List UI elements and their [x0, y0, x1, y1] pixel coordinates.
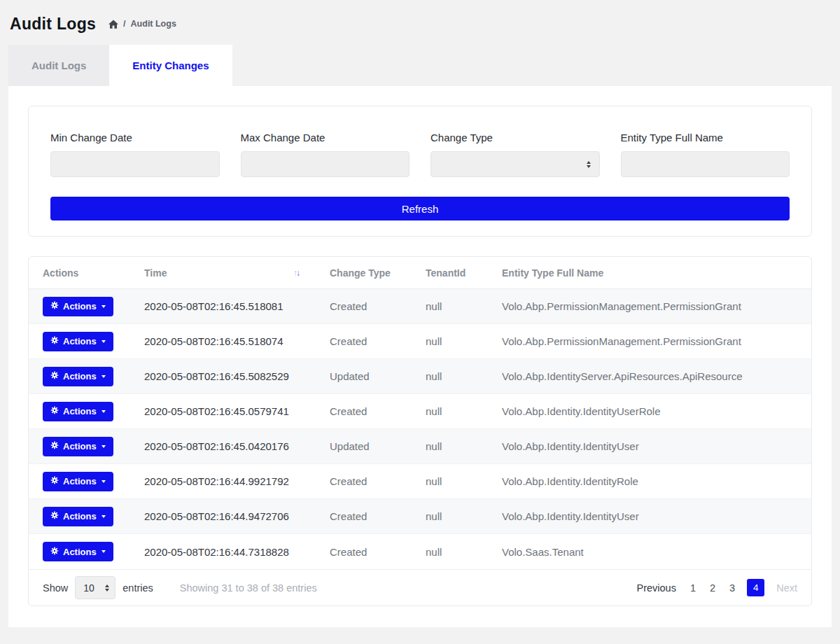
- tab-entity-changes[interactable]: Entity Changes: [109, 45, 232, 86]
- row-entity-type: Volo.Abp.Identity.IdentityRole: [488, 475, 811, 487]
- show-label: Show: [43, 582, 68, 594]
- table-row: Actions 2020-05-08T02:16:44.7318828 Crea…: [29, 534, 811, 569]
- row-actions-button[interactable]: Actions: [43, 472, 113, 491]
- home-icon[interactable]: [108, 20, 118, 29]
- row-change-type: Created: [316, 300, 412, 312]
- caret-down-icon: [102, 340, 106, 343]
- min-change-date-label: Min Change Date: [50, 132, 220, 144]
- sort-icon[interactable]: ↑↓: [293, 268, 300, 278]
- col-header-time[interactable]: Time ↑↓: [130, 267, 316, 279]
- pagination: Previous 1 2 3 4 Next: [637, 579, 797, 596]
- row-time: 2020-05-08T02:16:45.518081: [130, 300, 316, 312]
- entries-label: entries: [122, 582, 153, 594]
- row-entity-type: Volo.Abp.Identity.IdentityUser: [488, 510, 811, 522]
- caret-down-icon: [102, 515, 106, 518]
- pagination-next[interactable]: Next: [776, 582, 797, 594]
- change-type-select[interactable]: [430, 151, 600, 177]
- row-entity-type: Volo.Abp.IdentityServer.ApiResources.Api…: [488, 370, 811, 382]
- row-time: 2020-05-08T02:16:45.518074: [130, 335, 316, 347]
- field-max-change-date: Max Change Date: [241, 132, 410, 177]
- row-time: 2020-05-08T02:16:44.9921792: [130, 475, 316, 487]
- row-tenant-id: null: [412, 370, 488, 382]
- row-entity-type: Volo.Saas.Tenant: [488, 546, 811, 558]
- row-actions-cell: Actions: [29, 332, 130, 351]
- pagination-previous[interactable]: Previous: [637, 582, 676, 594]
- table-footer: Show 10 entries Showing 31 to 38 of 38 e…: [29, 569, 811, 606]
- table-header-row: Actions Time ↑↓ Change Type TenantId Ent…: [29, 257, 811, 289]
- gear-icon: [50, 336, 59, 346]
- gear-icon: [50, 301, 59, 312]
- row-actions-button[interactable]: Actions: [43, 507, 113, 526]
- gear-icon: [50, 406, 59, 416]
- refresh-button[interactable]: Refresh: [50, 197, 790, 220]
- row-change-type: Created: [316, 405, 412, 417]
- col-header-change-type: Change Type: [316, 267, 412, 279]
- entity-type-full-name-label: Entity Type Full Name: [621, 132, 790, 144]
- row-tenant-id: null: [412, 440, 488, 452]
- tab-bar: Audit Logs Entity Changes: [8, 45, 840, 86]
- row-tenant-id: null: [412, 546, 488, 558]
- select-updown-icon: [587, 161, 591, 168]
- row-actions-cell: Actions: [29, 367, 130, 386]
- row-actions-cell: Actions: [29, 297, 130, 316]
- breadcrumb: / Audit Logs: [108, 19, 176, 29]
- table-row: Actions 2020-05-08T02:16:45.0579741 Crea…: [29, 394, 811, 429]
- pagination-page-4-active[interactable]: 4: [747, 579, 764, 596]
- row-tenant-id: null: [412, 510, 488, 522]
- caret-down-icon: [102, 305, 106, 308]
- row-change-type: Created: [316, 510, 412, 522]
- pagination-page-3[interactable]: 3: [722, 582, 742, 594]
- field-change-type: Change Type: [430, 132, 600, 177]
- gear-icon: [50, 547, 59, 557]
- breadcrumb-current: Audit Logs: [131, 19, 176, 29]
- pagination-page-2[interactable]: 2: [703, 582, 722, 594]
- select-updown-icon: [105, 584, 109, 592]
- min-change-date-input[interactable]: [50, 151, 220, 177]
- col-header-tenant-id: TenantId: [412, 267, 488, 279]
- row-change-type: Created: [316, 546, 412, 558]
- row-actions-button[interactable]: Actions: [43, 332, 113, 351]
- row-actions-cell: Actions: [29, 507, 130, 526]
- filter-grid: Min Change Date Max Change Date Change T…: [50, 132, 790, 177]
- row-tenant-id: null: [412, 475, 488, 487]
- tab-audit-logs[interactable]: Audit Logs: [8, 45, 109, 86]
- row-actions-button-label: Actions: [63, 336, 97, 346]
- table-row: Actions 2020-05-08T02:16:45.518081 Creat…: [29, 289, 811, 324]
- gear-icon: [50, 371, 59, 382]
- row-actions-button-label: Actions: [63, 406, 97, 416]
- table-row: Actions 2020-05-08T02:16:45.518074 Creat…: [29, 324, 811, 359]
- row-actions-cell: Actions: [29, 437, 130, 456]
- entity-type-full-name-input[interactable]: [621, 151, 790, 177]
- row-change-type: Created: [316, 475, 412, 487]
- table-row: Actions 2020-05-08T02:16:44.9921792 Crea…: [29, 464, 811, 499]
- row-entity-type: Volo.Abp.PermissionManagement.Permission…: [488, 335, 811, 347]
- caret-down-icon: [102, 445, 106, 448]
- caret-down-icon: [102, 480, 106, 483]
- row-actions-button[interactable]: Actions: [43, 402, 113, 421]
- row-actions-cell: Actions: [29, 402, 130, 421]
- row-change-type: Updated: [316, 440, 412, 452]
- row-actions-button-label: Actions: [63, 476, 97, 486]
- row-time: 2020-05-08T02:16:45.0579741: [130, 405, 316, 417]
- showing-entries-text: Showing 31 to 38 of 38 entries: [180, 582, 317, 594]
- row-actions-button[interactable]: Actions: [43, 297, 113, 316]
- row-actions-button-label: Actions: [63, 371, 97, 382]
- row-actions-cell: Actions: [29, 472, 130, 491]
- page-title: Audit Logs: [10, 15, 96, 34]
- row-change-type: Created: [316, 335, 412, 347]
- change-type-label: Change Type: [430, 132, 600, 144]
- row-tenant-id: null: [412, 300, 488, 312]
- gear-icon: [50, 476, 59, 486]
- col-header-actions: Actions: [29, 267, 130, 279]
- page-size-select[interactable]: 10: [75, 576, 115, 599]
- pagination-page-1[interactable]: 1: [683, 582, 703, 594]
- field-entity-type-full-name: Entity Type Full Name: [621, 132, 790, 177]
- row-time: 2020-05-08T02:16:45.5082529: [130, 370, 316, 382]
- row-actions-button[interactable]: Actions: [43, 542, 113, 561]
- max-change-date-input[interactable]: [241, 151, 410, 177]
- row-tenant-id: null: [412, 405, 488, 417]
- row-change-type: Updated: [316, 370, 412, 382]
- row-actions-button[interactable]: Actions: [43, 437, 113, 456]
- table-row: Actions 2020-05-08T02:16:45.5082529 Upda…: [29, 359, 811, 394]
- row-actions-button[interactable]: Actions: [43, 367, 113, 386]
